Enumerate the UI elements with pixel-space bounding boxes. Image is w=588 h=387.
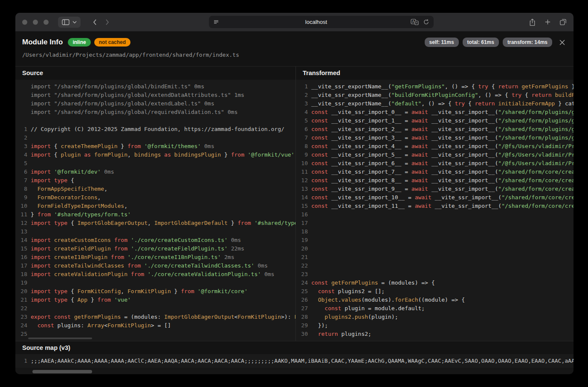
share-button[interactable] bbox=[529, 18, 536, 26]
code-line: 7const __vite_ssr_import_3__ = await __v… bbox=[296, 134, 574, 142]
line-number: 18 bbox=[296, 227, 308, 236]
sourcemap-scrollbar-thumb[interactable] bbox=[32, 370, 92, 373]
source-code[interactable]: import "/shared/form/plugins/global/bind… bbox=[15, 80, 295, 341]
traffic-light-zoom[interactable] bbox=[43, 20, 49, 25]
code-line: 9const __vite_ssr_import_5__ = await __v… bbox=[296, 151, 574, 159]
plus-icon bbox=[545, 19, 551, 25]
reload-icon[interactable] bbox=[423, 19, 429, 25]
code-line: 1__vite_ssr_exportName__("getFormPlugins… bbox=[296, 82, 574, 91]
line-content: import "/shared/form/plugins/global/exte… bbox=[31, 99, 214, 108]
line-number: 6 bbox=[296, 125, 308, 134]
sidebar-toggle[interactable] bbox=[58, 17, 81, 28]
line-content: const __vite_ssr_import_3__ = await __vi… bbox=[311, 134, 574, 142]
code-line: import "/shared/form/plugins/global/exte… bbox=[15, 91, 295, 99]
sidebar-icon bbox=[62, 19, 70, 25]
code-line: import "/shared/form/plugins/global/exte… bbox=[15, 99, 295, 108]
line-number: 14 bbox=[15, 236, 27, 244]
reader-icon[interactable] bbox=[213, 19, 219, 25]
code-line: import "/shared/form/plugins/global/bind… bbox=[15, 82, 295, 91]
line-content: const __vite_ssr_import_7__ = await __vi… bbox=[311, 168, 574, 176]
transformed-pane: Transformed 1__vite_ssr_exportName__("ge… bbox=[296, 67, 574, 341]
code-line: 1;;;AAEA;AAAkC;AAAA;AAAA;AAAA;AAClC;AAEA… bbox=[15, 357, 574, 365]
code-line: 8const __vite_ssr_import_4__ = await __v… bbox=[296, 142, 574, 151]
code-line: 18import createValidationPlugin from './… bbox=[15, 270, 295, 279]
code-line: 6const __vite_ssr_import_2__ = await __v… bbox=[296, 125, 574, 134]
line-number: 16 bbox=[296, 210, 308, 219]
line-number bbox=[15, 91, 27, 99]
new-tab-button[interactable] bbox=[545, 19, 551, 25]
line-number: 1 bbox=[15, 125, 27, 134]
sourcemap-scrollbar-track bbox=[15, 368, 574, 374]
code-line: 24 const plugins: Array<FormKitPlugin> =… bbox=[15, 321, 295, 330]
url-text[interactable]: localhost bbox=[222, 19, 411, 25]
line-content: // Copyright (C) 2012-2025 Zammad Founda… bbox=[31, 125, 284, 134]
line-content: const __vite_ssr_import_2__ = await __vi… bbox=[311, 125, 574, 134]
code-line: 11} from '#shared/types/form.ts' bbox=[15, 210, 295, 219]
line-number: 19 bbox=[296, 236, 308, 244]
close-button[interactable] bbox=[557, 38, 567, 47]
line-content: const __vite_ssr_import_0__ = await __vi… bbox=[311, 108, 574, 116]
code-line: 18 bbox=[296, 227, 574, 236]
line-number: 2 bbox=[296, 91, 308, 99]
traffic-light-close[interactable] bbox=[22, 20, 27, 25]
code-line: 20import type { FormKitConfig, FormKitPl… bbox=[15, 287, 295, 296]
code-line: 21 bbox=[296, 253, 574, 262]
line-content: const __vite_ssr_import_11__ = await __v… bbox=[311, 202, 574, 210]
timing-metrics: self: 11ms total: 61ms transform: 14ms bbox=[425, 38, 552, 47]
sourcemap-section: Source map (v3) 1;;;AAEA;AAAkC;AAAA;AAAA… bbox=[15, 341, 574, 374]
line-number: 7 bbox=[15, 176, 27, 185]
line-number: 19 bbox=[15, 279, 27, 287]
code-line: 15import createFieldPlugin from './core/… bbox=[15, 244, 295, 253]
code-line: 20 bbox=[296, 244, 574, 253]
line-content: } from '#shared/types/form.ts' bbox=[31, 210, 131, 219]
translate-icon[interactable]: A bbox=[411, 19, 419, 25]
line-number: 26 bbox=[296, 296, 308, 304]
code-line: 14const __vite_ssr_import_10__ = await _… bbox=[296, 193, 574, 202]
line-number: 16 bbox=[15, 253, 27, 262]
line-number: 10 bbox=[296, 159, 308, 168]
line-number: 11 bbox=[296, 168, 308, 176]
code-line: 28 plugins2.push(plugin); bbox=[296, 313, 574, 321]
forward-button[interactable] bbox=[101, 16, 114, 29]
line-content: const __vite_ssr_import_9__ = await __vi… bbox=[311, 185, 574, 193]
line-number bbox=[15, 82, 27, 91]
line-number: 9 bbox=[15, 193, 27, 202]
line-number: 25 bbox=[15, 330, 27, 338]
line-content: import createCustomIcons from './core/cr… bbox=[31, 236, 241, 244]
line-content: __vite_ssr_exportName__("default", () =>… bbox=[311, 99, 574, 108]
line-number: 11 bbox=[15, 210, 27, 219]
line-number: 22 bbox=[15, 304, 27, 313]
source-horizontal-scrollbar[interactable] bbox=[28, 338, 92, 339]
line-number: 29 bbox=[296, 321, 308, 330]
line-number: 15 bbox=[15, 244, 27, 253]
code-line: 16 bbox=[296, 210, 574, 219]
line-number: 13 bbox=[15, 227, 27, 236]
line-number: 10 bbox=[15, 202, 27, 210]
traffic-light-minimize[interactable] bbox=[33, 20, 38, 25]
code-line: 9 FormDecoratorIcons, bbox=[15, 193, 295, 202]
line-number: 24 bbox=[15, 321, 27, 330]
line-content: import type { FormKitConfig, FormKitPlug… bbox=[31, 287, 248, 296]
line-content: import { createThemePlugin } from '@form… bbox=[31, 142, 214, 151]
address-bar[interactable]: localhost A bbox=[209, 16, 434, 28]
line-number: 30 bbox=[296, 330, 308, 338]
transformed-pane-title: Transformed bbox=[296, 67, 574, 80]
code-line: 27 const plugin = module.default; bbox=[296, 304, 574, 313]
transformed-code[interactable]: 1__vite_ssr_exportName__("getFormPlugins… bbox=[296, 80, 574, 341]
code-line bbox=[15, 116, 295, 125]
close-icon bbox=[559, 40, 565, 45]
code-line: 17 bbox=[296, 219, 574, 227]
toolbar-right-cluster bbox=[529, 18, 567, 26]
sourcemap-code[interactable]: 1;;;AAEA;AAAkC;AAAA;AAAA;AAAA;AAClC;AAEA… bbox=[15, 354, 574, 368]
tab-overview-button[interactable] bbox=[559, 18, 567, 26]
code-line: 23 bbox=[296, 270, 574, 279]
line-number: 1 bbox=[296, 82, 308, 91]
code-line: 10 FormFieldTypeImportModules, bbox=[15, 202, 295, 210]
back-button[interactable] bbox=[88, 16, 101, 29]
code-line: 14import createCustomIcons from './core/… bbox=[15, 236, 295, 244]
line-number: 24 bbox=[296, 279, 308, 287]
share-icon bbox=[529, 18, 536, 26]
line-content: }); bbox=[311, 321, 328, 330]
forward-icon bbox=[105, 19, 110, 26]
code-line: 7import type { bbox=[15, 176, 295, 185]
